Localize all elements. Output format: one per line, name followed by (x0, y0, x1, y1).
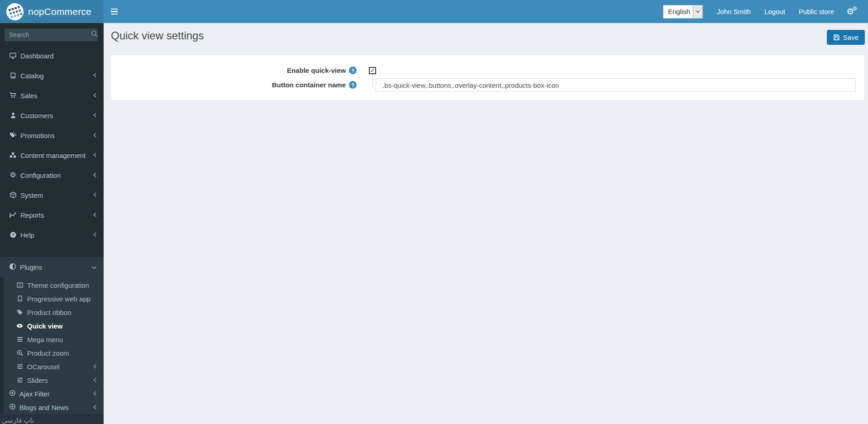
logout-link[interactable]: Logout (758, 0, 792, 23)
svg-text:?: ? (12, 232, 14, 237)
sidebar-item-customers[interactable]: Customers (0, 105, 104, 125)
sidebar-item-help[interactable]: ? Help (0, 225, 104, 245)
sidebar-item-label: Mega menu (27, 336, 63, 343)
chevron-left-icon (93, 191, 97, 199)
sidebar-item-sales[interactable]: Sales (0, 86, 104, 105)
sidebar-toggle-button[interactable] (104, 0, 124, 23)
chevron-left-icon (93, 112, 97, 119)
monitor-icon (9, 52, 17, 59)
sidebar-item-label: Content management (20, 152, 86, 159)
current-user-link[interactable]: John Smith (710, 0, 758, 23)
help-badge-icon[interactable]: ? (349, 67, 357, 74)
brand-name: nopCommerce (28, 6, 91, 17)
chevron-left-icon (93, 152, 97, 159)
tags-icon (9, 132, 17, 139)
sidebar-item-label: Blogs and News (19, 404, 68, 411)
sidebar-item-label: Product ribbon (27, 309, 72, 316)
enable-quick-view-label-row: Enable quick-view ? (111, 67, 357, 74)
sidebar-item-label: OCarousel (27, 363, 60, 371)
sidebar-item-quick-view[interactable]: Quick view (4, 319, 104, 333)
settings-cogs-icon[interactable]: ⚙⚙ (841, 0, 862, 23)
sliders-icon (16, 376, 24, 384)
eye-icon (16, 322, 24, 329)
sidebar-item-label: Catalog (20, 72, 44, 80)
sidebar-item-sliders[interactable]: Sliders (4, 373, 104, 387)
sidebar-item-catalog[interactable]: Catalog (0, 66, 104, 86)
sidebar-item-label: Sliders (27, 376, 48, 384)
save-button[interactable]: Save (827, 30, 865, 45)
gears-icon: ⚙ (9, 172, 17, 179)
settings-card: Enable quick-view ? Button container nam… (111, 55, 865, 100)
main-content: Quick view settings Save Enable quick-vi… (104, 23, 868, 424)
sidebar-item-plugins[interactable]: Plugins (0, 257, 104, 277)
button-container-name-label: Button container name (272, 81, 346, 89)
plugins-section: Plugins Theme configuration Progressive … (0, 257, 104, 414)
page-title: Quick view settings (111, 29, 204, 42)
sidebar-item-mega-menu[interactable]: Mega menu (4, 333, 104, 346)
language-select[interactable]: English (663, 5, 703, 19)
sidebar-item-dashboard[interactable]: Dashboard (0, 46, 104, 66)
plugins-submenu: Theme configuration Progressive web app … (0, 277, 104, 414)
sidebar-item-label: Quick view (27, 322, 62, 330)
sidebar-item-label: System (20, 191, 43, 199)
save-button-label: Save (843, 33, 858, 41)
sidebar-item-reports[interactable]: Reports (0, 205, 104, 225)
sidebar-item-label: Product zoom (27, 349, 69, 357)
chevron-left-icon (93, 363, 97, 371)
brand-logo[interactable]: nopCommerce (0, 0, 104, 23)
chevron-left-icon (93, 376, 97, 384)
sidebar-item-label: Promotions (20, 132, 55, 139)
chevron-left-icon (93, 172, 97, 179)
sidebar-item-configuration[interactable]: ⚙ Configuration (0, 165, 104, 185)
help-badge-icon[interactable]: ? (349, 81, 357, 89)
sidebar-search[interactable] (5, 29, 98, 41)
sidebar: Dashboard Catalog Sales Customers Promot… (0, 23, 104, 424)
dot-circle-icon (9, 390, 16, 398)
public-store-link[interactable]: Public store (792, 0, 841, 23)
sidebar-item-product-ribbon[interactable]: Product ribbon (4, 305, 104, 319)
search-input[interactable] (9, 31, 91, 38)
cart-icon (9, 92, 17, 99)
language-select-value: English (663, 8, 693, 15)
sidebar-footer: ناپ فارسی (0, 414, 104, 424)
sidebar-item-label: Ajax Filter (19, 390, 50, 398)
chevron-left-icon (93, 404, 97, 411)
sidebar-item-label: Progressive web app (27, 295, 91, 303)
help-circle-icon: ? (9, 231, 17, 238)
chevron-left-icon (93, 390, 97, 398)
sidebar-item-theme-configuration[interactable]: Theme configuration (4, 278, 104, 292)
topbar-right: English John Smith Logout Public store ⚙… (663, 0, 862, 23)
chevron-down-icon[interactable] (693, 5, 702, 18)
bookmark-icon (16, 295, 24, 302)
sidebar-item-label: Customers (20, 112, 53, 119)
sidebar-item-label: Dashboard (20, 52, 53, 60)
enable-quick-view-label: Enable quick-view (287, 67, 346, 74)
sidebar-item-ajax-filter[interactable]: Ajax Filter (4, 387, 104, 400)
button-container-name-input[interactable] (376, 78, 856, 92)
button-container-name-label-row: Button container name ? (111, 81, 357, 89)
chart-line-icon (9, 211, 17, 219)
sidebar-item-system[interactable]: System (0, 185, 104, 205)
columns-icon (16, 281, 24, 289)
book-icon (9, 72, 17, 79)
save-floppy-icon (833, 34, 840, 41)
sidebar-item-promotions[interactable]: Promotions (0, 125, 104, 145)
dot-circle-icon (9, 403, 16, 411)
sidebar-item-label: Reports (20, 211, 44, 219)
sidebar-item-product-zoom[interactable]: Product zoom (4, 346, 104, 360)
package-icon (9, 191, 17, 199)
chevron-down-icon (91, 263, 97, 271)
nopcommerce-logo-icon (6, 3, 24, 20)
top-navbar: nopCommerce English John Smith Logout Pu… (0, 0, 868, 23)
chevron-left-icon (93, 72, 97, 80)
search-icon[interactable] (91, 30, 98, 39)
enable-quick-view-checkbox[interactable] (369, 67, 376, 74)
content-header: Quick view settings Save (111, 29, 865, 45)
sidebar-item-content-management[interactable]: Content management (0, 145, 104, 165)
chevron-left-icon (93, 231, 97, 239)
chevron-left-icon (93, 211, 97, 219)
sidebar-footer-link[interactable]: ناپ فارسی (0, 414, 104, 424)
sidebar-item-ocarousel[interactable]: OCarousel (4, 360, 104, 373)
sidebar-item-blogs-and-news[interactable]: Blogs and News (4, 400, 104, 414)
sidebar-item-progressive-web-app[interactable]: Progressive web app (4, 292, 104, 305)
